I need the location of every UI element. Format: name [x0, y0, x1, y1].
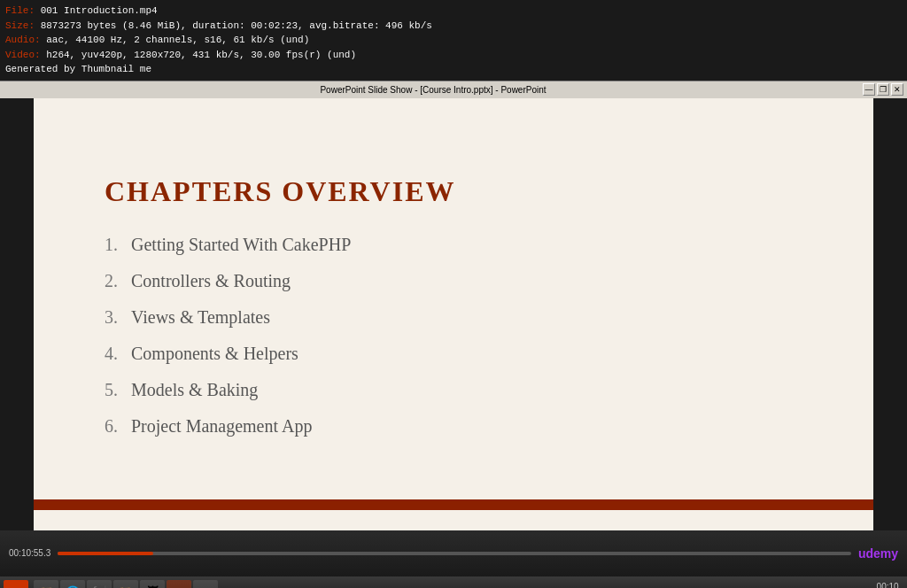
audio-label: Audio:	[5, 35, 41, 45]
chapter-num-6: 6.	[105, 416, 131, 437]
slide-bottom-bar	[34, 499, 873, 510]
list-item: 6. Project Management App	[105, 416, 802, 437]
window-title: PowerPoint Slide Show - [Course Intro.pp…	[4, 85, 863, 95]
video-value: h264, yuv420p, 1280x720, 431 kb/s, 30.00…	[46, 50, 356, 60]
taskbar-icon-browser[interactable]: 🌐	[60, 580, 85, 589]
meta-generated: Generated by Thumbnail me	[5, 62, 902, 77]
taskbar-icon-image[interactable]: 🖼	[140, 580, 165, 589]
taskbar-icon-recycle[interactable]: ♻	[193, 580, 218, 589]
taskbar-right: 00:10 1/1/53	[875, 581, 903, 589]
size-label: Size:	[5, 20, 35, 31]
meta-audio: Audio: aac, 44100 Hz, 2 channels, s16, 6…	[5, 33, 902, 48]
meta-file: File: 001 Introduction.mp4	[5, 4, 902, 19]
audio-value: aac, 44100 Hz, 2 channels, s16, 61 kb/s …	[46, 35, 309, 45]
chapter-num-2: 2.	[105, 271, 131, 291]
window-controls: — ❐ ✕	[863, 83, 903, 96]
chapter-text-2: Controllers & Routing	[131, 271, 291, 291]
udemy-logo: udemy	[858, 546, 898, 561]
chapter-num-3: 3.	[105, 307, 131, 328]
chapter-text-5: Models & Baking	[131, 380, 258, 400]
slide-content: CHAPTERS OVERVIEW 1. Getting Started Wit…	[34, 98, 873, 530]
file-name: 001 Introduction.mp4	[41, 5, 158, 16]
progress-fill	[58, 552, 152, 555]
video-label: Video:	[5, 50, 41, 60]
list-item: 1. Getting Started With CakePHP	[105, 235, 802, 255]
taskbar-icon-folder[interactable]: 📂	[113, 580, 138, 589]
taskbar-icon-explorer[interactable]: 📁	[34, 580, 58, 589]
list-item: 2. Controllers & Routing	[105, 271, 802, 291]
restore-button[interactable]: ❐	[877, 83, 889, 96]
chapter-list: 1. Getting Started With CakePHP 2. Contr…	[105, 235, 802, 453]
minimize-button[interactable]: —	[863, 83, 875, 96]
system-clock: 00:10 1/1/53	[875, 581, 900, 589]
slide-title: CHAPTERS OVERVIEW	[105, 175, 802, 208]
size-value: 8873273 bytes (8.46 MiB), duration: 00:0…	[41, 20, 432, 31]
chapter-num-4: 4.	[105, 344, 131, 364]
list-item: 4. Components & Helpers	[105, 344, 802, 364]
close-button[interactable]: ✕	[891, 83, 903, 96]
bottom-area: SLIDE 5 OF 6 ◀ ▶ ⛶ 00:10:55.3 udemy ⊞ 📁 …	[0, 530, 907, 589]
meta-video: Video: h264, yuv420p, 1280x720, 431 kb/s…	[5, 48, 902, 63]
chapter-text-1: Getting Started With CakePHP	[131, 235, 351, 255]
window-chrome: PowerPoint Slide Show - [Course Intro.pp…	[0, 81, 907, 98]
chapter-text-3: Views & Templates	[131, 307, 270, 328]
progress-bar[interactable]	[58, 552, 851, 555]
clock-time: 00:10	[875, 581, 900, 589]
chapter-text-4: Components & Helpers	[131, 344, 298, 364]
time-display: 00:10:55.3	[9, 548, 50, 558]
meta-size: Size: 8873273 bytes (8.46 MiB), duration…	[5, 19, 902, 34]
taskbar-icon-powerpoint[interactable]: P	[167, 580, 191, 589]
chapter-text-6: Project Management App	[131, 416, 312, 437]
start-button[interactable]: ⊞	[4, 580, 28, 589]
taskbar-icon-terminal[interactable]: ⬛	[87, 580, 112, 589]
list-item: 3. Views & Templates	[105, 307, 802, 328]
chapter-num-5: 5.	[105, 380, 131, 400]
taskbar: ⊞ 📁 🌐 ⬛ 📂 🖼 P ♻ 00:10 1/1/53	[0, 576, 907, 589]
slide-container: CHAPTERS OVERVIEW 1. Getting Started Wit…	[34, 98, 873, 530]
file-label: File:	[5, 5, 35, 16]
chapter-num-1: 1.	[105, 235, 131, 255]
list-item: 5. Models & Baking	[105, 380, 802, 400]
metadata-bar: File: 001 Introduction.mp4 Size: 8873273…	[0, 0, 907, 81]
video-controls: 00:10:55.3 udemy	[0, 530, 907, 576]
